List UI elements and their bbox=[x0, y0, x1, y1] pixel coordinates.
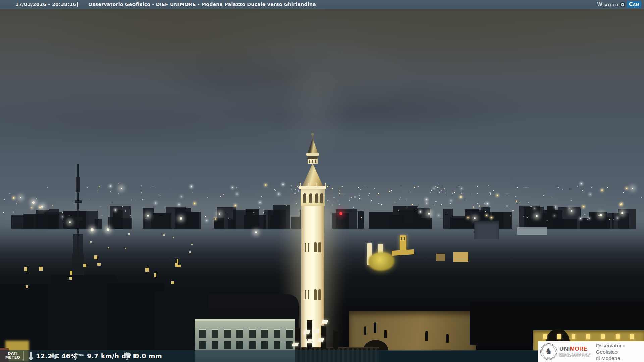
city-light bbox=[141, 192, 142, 193]
rain-value: 0.0 mm bbox=[135, 352, 162, 360]
city-light bbox=[516, 200, 517, 202]
humidity-reading: 46% bbox=[50, 350, 77, 362]
facade-window bbox=[274, 329, 280, 338]
city-light bbox=[435, 201, 436, 202]
city-light bbox=[626, 188, 627, 189]
city-light bbox=[259, 202, 261, 203]
city-light bbox=[282, 184, 284, 185]
city-light bbox=[613, 219, 614, 220]
city-light bbox=[374, 188, 375, 189]
rain-umbrella-icon bbox=[123, 352, 132, 360]
far-building bbox=[528, 219, 548, 229]
city-light bbox=[460, 196, 461, 198]
city-light bbox=[333, 203, 334, 203]
city-light bbox=[438, 215, 439, 216]
city-light bbox=[4, 199, 5, 200]
far-building bbox=[233, 210, 254, 229]
lit-window bbox=[189, 251, 191, 253]
light-haze bbox=[265, 40, 366, 181]
far-building bbox=[36, 210, 49, 229]
antenna-mast bbox=[72, 164, 84, 291]
far-building bbox=[110, 206, 131, 229]
city-light bbox=[446, 214, 446, 215]
svg-text:1175: 1175 bbox=[547, 357, 550, 359]
city-light bbox=[543, 195, 544, 196]
city-light bbox=[235, 205, 236, 206]
lit-wall bbox=[436, 254, 445, 261]
far-building bbox=[450, 218, 474, 229]
city-light bbox=[430, 192, 431, 193]
city-light bbox=[435, 186, 436, 187]
far-building bbox=[478, 212, 504, 229]
city-light bbox=[583, 206, 584, 207]
city-light bbox=[20, 197, 21, 198]
city-light bbox=[554, 215, 555, 217]
city-light bbox=[598, 213, 598, 214]
city-light bbox=[621, 212, 623, 214]
city-light bbox=[155, 202, 156, 204]
city-light bbox=[416, 209, 417, 210]
city-light bbox=[236, 187, 237, 188]
city-light bbox=[332, 205, 333, 205]
far-building bbox=[332, 213, 349, 229]
roof-statue bbox=[364, 326, 366, 335]
far-building bbox=[185, 216, 192, 229]
city-light bbox=[99, 186, 100, 187]
city-light bbox=[342, 193, 342, 194]
city-light bbox=[528, 202, 529, 203]
city-light bbox=[291, 189, 292, 190]
far-building bbox=[481, 207, 490, 229]
city-light bbox=[153, 186, 153, 187]
city-light bbox=[407, 208, 408, 208]
far-building bbox=[186, 212, 199, 229]
lit-window bbox=[572, 334, 575, 339]
lit-window bbox=[191, 244, 193, 245]
facade-window bbox=[224, 329, 231, 338]
city-light bbox=[391, 190, 391, 191]
city-light bbox=[358, 187, 359, 188]
city-light bbox=[39, 207, 41, 208]
facade-window bbox=[249, 341, 256, 349]
city-light bbox=[506, 205, 508, 207]
city-light bbox=[450, 203, 451, 204]
facade-window bbox=[199, 329, 206, 338]
city-light bbox=[3, 212, 4, 213]
city-light bbox=[219, 213, 220, 215]
lit-roof bbox=[392, 249, 414, 256]
far-building bbox=[369, 212, 392, 229]
city-light bbox=[311, 198, 312, 199]
city-light bbox=[433, 188, 435, 189]
far-building bbox=[291, 217, 302, 229]
city-light bbox=[412, 204, 413, 205]
lit-window bbox=[39, 267, 43, 271]
far-building bbox=[113, 210, 123, 229]
chimney bbox=[295, 328, 300, 349]
lit-skylight bbox=[303, 330, 310, 334]
city-light bbox=[418, 186, 419, 187]
city-light bbox=[97, 190, 98, 191]
city-light bbox=[102, 215, 102, 216]
far-building bbox=[558, 207, 581, 229]
city-light bbox=[417, 205, 417, 205]
lit-window bbox=[630, 334, 634, 339]
city-light bbox=[147, 215, 149, 217]
city-light bbox=[589, 218, 590, 219]
city-light bbox=[146, 218, 147, 219]
city-light bbox=[444, 188, 445, 189]
far-building bbox=[527, 219, 540, 229]
thermometer-icon bbox=[28, 351, 34, 361]
facade-window bbox=[199, 341, 206, 349]
unimore-brand-box[interactable]: ♞ 1175 UNIMORE UNIVERSITÀ DEGLI STUDI DI… bbox=[538, 341, 644, 362]
lit-window bbox=[97, 263, 101, 266]
far-building bbox=[589, 212, 607, 229]
city-light bbox=[338, 201, 338, 201]
city-light bbox=[562, 189, 563, 190]
webcam-frame: 17/03/2026 - 20:38:16 | Osservatorio Geo… bbox=[0, 0, 644, 362]
lit-window bbox=[177, 265, 181, 267]
city-light bbox=[510, 215, 511, 216]
far-building bbox=[618, 209, 636, 229]
city-light bbox=[418, 213, 419, 213]
city-light bbox=[526, 187, 526, 188]
weathercam-logo[interactable]: Weather Cam bbox=[597, 1, 641, 8]
city-light bbox=[389, 191, 390, 192]
